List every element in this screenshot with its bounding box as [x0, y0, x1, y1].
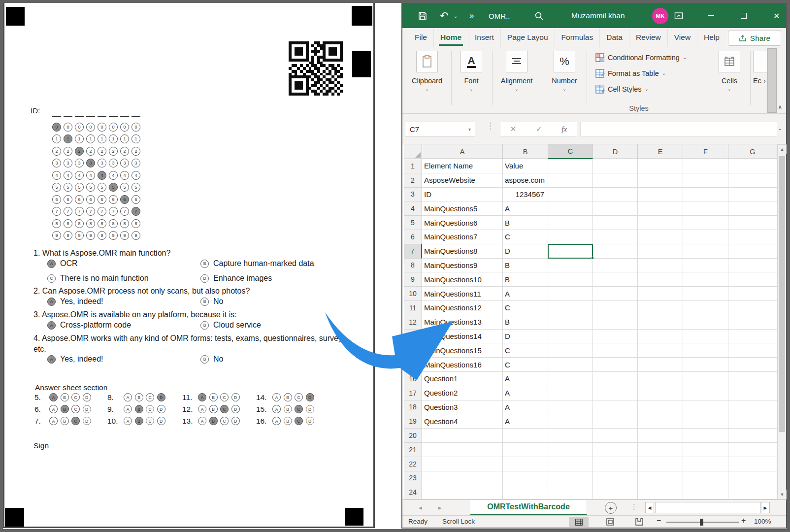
cell-F16[interactable] — [683, 372, 728, 386]
cell-D1[interactable] — [593, 159, 638, 173]
number-button[interactable]: % Number ⌄ — [547, 51, 582, 92]
undo-icon[interactable]: ↶ — [440, 3, 449, 28]
more-commands-icon[interactable]: » — [469, 3, 474, 28]
cell-C11[interactable] — [548, 301, 593, 315]
scroll-right-icon[interactable]: ▶ — [761, 502, 770, 513]
cell-D19[interactable] — [593, 414, 638, 429]
row-header-11[interactable]: 11 — [404, 301, 422, 315]
cell-E20[interactable] — [638, 429, 683, 443]
cell-D15[interactable] — [593, 358, 638, 372]
collapse-ribbon-icon[interactable]: ∧ — [778, 103, 783, 111]
cell-A20[interactable] — [422, 429, 503, 443]
cell-C4[interactable] — [548, 201, 593, 216]
cell-D16[interactable] — [593, 372, 638, 386]
cell-D9[interactable] — [593, 272, 638, 287]
row-header-9[interactable]: 9 — [404, 272, 422, 287]
cell-G5[interactable] — [728, 216, 777, 230]
cell-C16[interactable] — [548, 372, 593, 386]
expand-formula-bar-icon[interactable]: ⌄ — [778, 125, 782, 132]
row-header-15[interactable]: 15 — [404, 358, 422, 372]
cell-C18[interactable] — [548, 400, 593, 415]
cell-G8[interactable] — [728, 259, 777, 273]
cell-G6[interactable] — [728, 230, 777, 244]
vertical-scrollbar[interactable]: ▲ ▼ — [777, 144, 786, 499]
cell-B11[interactable]: C — [503, 301, 548, 315]
cell-A13[interactable]: MainQuestions14 — [422, 330, 503, 344]
cell-F22[interactable] — [683, 457, 728, 471]
cell-D5[interactable] — [593, 216, 638, 230]
cell-F7[interactable] — [683, 244, 728, 259]
cell-F4[interactable] — [683, 201, 728, 216]
cell-B14[interactable]: C — [503, 343, 548, 358]
cell-F23[interactable] — [683, 471, 728, 486]
column-header-F[interactable]: F — [683, 144, 728, 159]
cell-G19[interactable] — [728, 414, 777, 429]
format-as-table-button[interactable]: Format as Table ⌄ — [595, 68, 666, 79]
scroll-left-icon[interactable]: ◀ — [645, 502, 654, 513]
cell-A1[interactable]: Element Name — [422, 159, 503, 173]
cell-A10[interactable]: MainQuestions11 — [422, 287, 503, 301]
cell-F17[interactable] — [683, 386, 728, 400]
cell-E18[interactable] — [638, 400, 683, 415]
cell-F15[interactable] — [683, 358, 728, 372]
cell-B22[interactable] — [503, 457, 548, 471]
cell-G1[interactable] — [728, 159, 777, 173]
cell-D20[interactable] — [593, 429, 638, 443]
cell-C3[interactable] — [548, 188, 593, 202]
row-header-22[interactable]: 22 — [404, 457, 422, 471]
cell-E10[interactable] — [638, 287, 683, 301]
row-header-18[interactable]: 18 — [404, 400, 422, 415]
cell-B12[interactable]: B — [503, 315, 548, 330]
cell-G14[interactable] — [728, 343, 777, 358]
cell-C6[interactable] — [548, 230, 593, 244]
vertical-scroll-thumb[interactable] — [779, 156, 785, 432]
row-header-10[interactable]: 10 — [404, 287, 422, 301]
scroll-up-icon[interactable]: ▲ — [778, 144, 787, 154]
alignment-button[interactable]: Alignment ⌄ — [499, 51, 534, 92]
row-header-14[interactable]: 14 — [404, 343, 422, 358]
cell-E24[interactable] — [638, 485, 683, 499]
row-header-24[interactable]: 24 — [404, 485, 422, 499]
cell-F6[interactable] — [683, 230, 728, 244]
horizontal-scrollbar[interactable] — [655, 502, 761, 513]
column-header-D[interactable]: D — [593, 144, 638, 159]
cell-D3[interactable] — [593, 188, 638, 202]
row-header-2[interactable]: 2 — [404, 173, 422, 188]
name-box-dropdown-icon[interactable]: ▾ — [468, 127, 471, 132]
cell-E11[interactable] — [638, 301, 683, 315]
cell-G20[interactable] — [728, 429, 777, 443]
sheet-nav-left-icon[interactable]: ◂ — [419, 504, 422, 511]
cell-B15[interactable]: C — [503, 358, 548, 372]
cell-G18[interactable] — [728, 400, 777, 415]
zoom-slider-thumb[interactable] — [700, 519, 703, 526]
formula-input[interactable] — [580, 122, 777, 136]
ribbon-scrollbar[interactable] — [767, 48, 777, 113]
search-icon[interactable] — [534, 3, 544, 28]
cell-F20[interactable] — [683, 429, 728, 443]
cell-D18[interactable] — [593, 400, 638, 415]
cell-F12[interactable] — [683, 315, 728, 330]
cell-A7[interactable]: MainQuestions8 — [422, 244, 503, 259]
cell-E5[interactable] — [638, 216, 683, 230]
cell-E2[interactable] — [638, 173, 683, 188]
cell-B24[interactable] — [503, 485, 548, 499]
cell-E16[interactable] — [638, 372, 683, 386]
cell-styles-button[interactable]: Cell Styles ⌄ — [595, 84, 649, 95]
cell-B19[interactable]: A — [503, 414, 548, 429]
cell-C1[interactable] — [548, 159, 593, 173]
cell-B1[interactable]: Value — [503, 159, 548, 173]
cell-E8[interactable] — [638, 259, 683, 273]
cell-D11[interactable] — [593, 301, 638, 315]
tab-page-layou[interactable]: Page Layou — [501, 28, 555, 47]
cell-C23[interactable] — [548, 471, 593, 486]
cell-E1[interactable] — [638, 159, 683, 173]
row-header-6[interactable]: 6 — [404, 230, 422, 244]
share-button[interactable]: Share — [728, 31, 781, 46]
cell-D8[interactable] — [593, 259, 638, 273]
cell-E3[interactable] — [638, 188, 683, 202]
cell-A23[interactable] — [422, 471, 503, 486]
cell-A17[interactable]: Question2 — [422, 386, 503, 400]
cell-G17[interactable] — [728, 386, 777, 400]
cell-G21[interactable] — [728, 443, 777, 457]
cell-C5[interactable] — [548, 216, 593, 230]
